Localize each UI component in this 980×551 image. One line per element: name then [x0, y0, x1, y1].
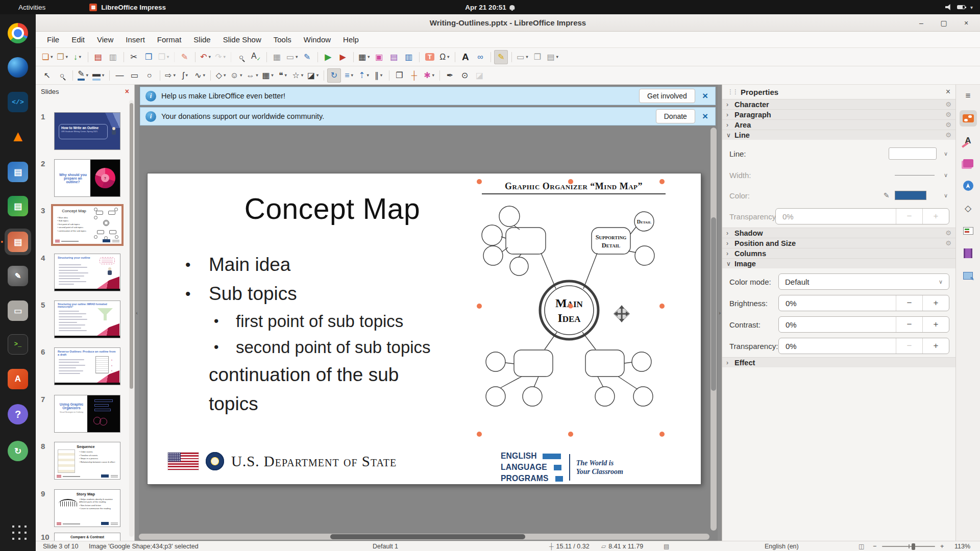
tab-styles[interactable]: A: [960, 133, 977, 149]
properties-close-icon[interactable]: ×: [946, 87, 950, 96]
zoom-slider-handle[interactable]: [912, 543, 915, 550]
to-3d-tool[interactable]: ◪▾: [473, 68, 486, 83]
fit-slide-icon[interactable]: ◫: [859, 541, 864, 551]
slide-thumbnail-5[interactable]: 5 Structuring your outline: IMRAD format…: [36, 299, 130, 344]
new-slide-button[interactable]: ▭▾: [515, 50, 529, 64]
section-columns[interactable]: ›Columns: [722, 248, 955, 258]
panel-collapse-handle-left[interactable]: ‹: [135, 85, 139, 541]
slides-panel-close-icon[interactable]: ×: [125, 87, 129, 95]
get-involved-button[interactable]: Get involved: [639, 89, 695, 103]
slide-thumbnail-7[interactable]: 7 Using Graphic Organizers Visual Strate…: [36, 394, 130, 439]
dock-software[interactable]: A: [5, 366, 31, 392]
start-from-current-slide-button[interactable]: ▶▾: [336, 50, 350, 64]
fill-color-tool[interactable]: ▬▾: [91, 68, 106, 83]
image-transparency-field[interactable]: 0% − +: [778, 338, 949, 354]
slide-layout-button[interactable]: ▤▾: [546, 50, 560, 64]
plus-button[interactable]: +: [922, 209, 949, 224]
infobar-close-icon[interactable]: ×: [702, 111, 708, 122]
minimize-button[interactable]: –: [916, 17, 927, 29]
glue-points-tool[interactable]: ⊙▾: [458, 68, 472, 83]
display-views-button[interactable]: ✎▾: [300, 50, 314, 64]
block-arrows-tool[interactable]: ⇔▾: [244, 68, 259, 83]
dock-calc[interactable]: ▤: [5, 193, 31, 219]
slide-thumbnail-1[interactable]: 1 How to Write an Outline URI Graduate W…: [36, 111, 130, 156]
section-effect[interactable]: ›Effect: [722, 357, 955, 367]
image-filter-tool[interactable]: ✱▾: [422, 68, 436, 83]
color-mode-dropdown[interactable]: Default ∨: [778, 273, 949, 290]
open-file-button[interactable]: ❐▾: [55, 50, 69, 64]
tab-master-slides[interactable]: [960, 222, 977, 239]
insert-line-tool[interactable]: —▾: [113, 68, 127, 83]
paste-button[interactable]: ❒▾: [157, 50, 170, 64]
menu-file[interactable]: File: [41, 33, 65, 46]
align-objects-tool[interactable]: ≡▾: [342, 68, 356, 83]
ellipse-tool[interactable]: ○▾: [142, 68, 156, 83]
panel-grip-icon[interactable]: ⋮⋮: [727, 88, 738, 95]
hyperlink-button[interactable]: ∞▾: [473, 50, 487, 64]
slide-thumbnail-6[interactable]: 6 Reverse Outlines: Produce an outline f…: [36, 346, 130, 391]
master-slide-status[interactable]: Default 1: [373, 541, 398, 551]
zoom-in-button[interactable]: +: [940, 541, 944, 551]
copy-button[interactable]: ❒▾: [142, 50, 156, 64]
system-tray[interactable]: ▾: [945, 4, 973, 10]
tab-slide-transition[interactable]: [960, 267, 977, 284]
line-width-dropdown[interactable]: [895, 175, 935, 176]
line-color-swatch[interactable]: [895, 191, 926, 200]
insert-image-button[interactable]: ▣▾: [372, 50, 386, 64]
zoom-percent[interactable]: 113%: [954, 541, 970, 551]
gear-icon[interactable]: ⚙: [945, 111, 951, 118]
callouts-tool[interactable]: ❝▾: [276, 68, 290, 83]
focused-app-indicator[interactable]: ▤ LibreOffice Impress: [89, 4, 166, 11]
window-title-bar[interactable]: Writing-Outlines.pptx - LibreOffice Impr…: [36, 14, 980, 32]
lines-arrows-tool[interactable]: ⇨▾: [163, 68, 177, 83]
panel-collapse-handle-right[interactable]: ›: [718, 85, 722, 541]
spelling-button[interactable]: A▾: [249, 50, 263, 64]
insert-media-button[interactable]: ▤▾: [387, 50, 401, 64]
arrange-tool[interactable]: ⇡▾: [357, 68, 371, 83]
tab-animation[interactable]: [960, 245, 977, 261]
slide-title[interactable]: Concept Map: [148, 192, 517, 226]
gear-icon[interactable]: ⚙: [945, 229, 951, 237]
contrast-field[interactable]: 0% − +: [778, 316, 949, 333]
new-document-button[interactable]: ❏▾: [40, 50, 54, 64]
section-position-and-size[interactable]: ›Position and Size ⚙: [722, 238, 955, 248]
dock-writer[interactable]: ▤: [5, 159, 31, 185]
menu-slide[interactable]: Slide: [187, 33, 216, 46]
gear-icon[interactable]: ⚙: [945, 101, 951, 108]
print-button[interactable]: ▥▾: [106, 50, 120, 64]
dock-vscode[interactable]: </>: [5, 89, 31, 115]
zoom-tool[interactable]: ○▾: [55, 68, 69, 83]
menu-insert[interactable]: Insert: [119, 33, 151, 46]
insert-text-box-button[interactable]: T▾: [423, 50, 436, 64]
tab-navigator[interactable]: [960, 178, 977, 194]
section-line[interactable]: ∨Line ⚙: [722, 130, 955, 140]
language-status[interactable]: English (en): [765, 541, 799, 551]
dock-show-apps[interactable]: [5, 518, 31, 544]
maximize-button[interactable]: ▢: [938, 17, 949, 29]
sidebar-menu-icon[interactable]: ≡: [960, 88, 977, 104]
special-character-button[interactable]: Ω▾: [437, 50, 451, 64]
line-color-picker-icon[interactable]: ✎: [884, 191, 890, 199]
slide-thumbnail-8[interactable]: 8 Sequence Order eventsTimeline of event…: [36, 441, 130, 486]
dock-chrome[interactable]: [5, 20, 31, 46]
donate-button[interactable]: Donate: [656, 109, 695, 123]
distribute-tool[interactable]: ∥▾: [372, 68, 385, 83]
plus-button[interactable]: +: [922, 317, 949, 332]
cut-button[interactable]: ✂▾: [127, 50, 141, 64]
minus-button[interactable]: −: [896, 317, 922, 332]
menu-help[interactable]: Help: [337, 33, 365, 46]
undo-button[interactable]: ↶▾: [199, 50, 212, 64]
zoom-slider[interactable]: [882, 541, 935, 551]
menu-tools[interactable]: Tools: [267, 33, 298, 46]
gear-icon[interactable]: ⚙: [945, 131, 951, 139]
show-draw-functions-button[interactable]: ✎▾: [494, 50, 508, 64]
document-modified-icon[interactable]: ▤: [664, 541, 669, 551]
plus-button[interactable]: +: [922, 338, 949, 354]
dock-cleaner[interactable]: ↻: [5, 438, 31, 464]
snap-guides-button[interactable]: ▭▾: [285, 50, 299, 64]
slide-thumbnail-3-selected[interactable]: 3 Concept Map Main ideaSub topicsfirst p…: [36, 205, 130, 250]
dock-terminal[interactable]: >_: [5, 331, 31, 358]
dock-firefox[interactable]: [5, 54, 31, 81]
redo-button[interactable]: ↷▾: [213, 50, 227, 64]
minus-button[interactable]: −: [896, 209, 922, 224]
